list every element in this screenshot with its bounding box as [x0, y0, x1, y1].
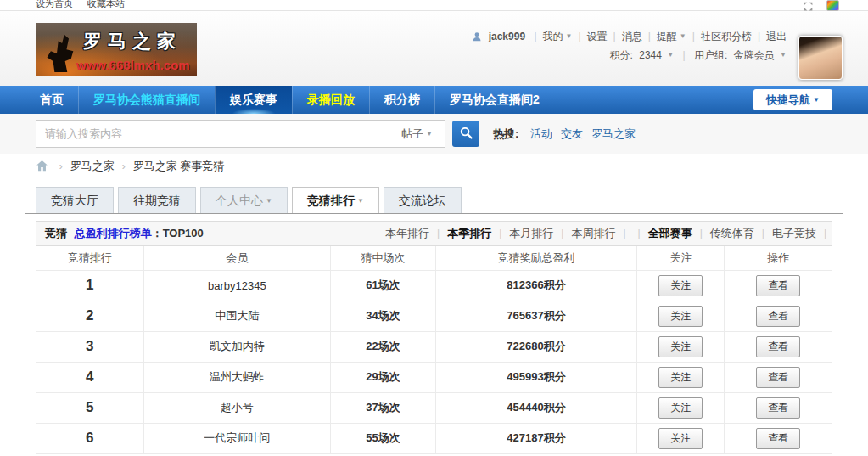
follow-button[interactable]: 关注 [658, 367, 703, 388]
search-button[interactable] [452, 121, 479, 147]
separator: | [623, 228, 625, 239]
action-cell: 查看 [725, 423, 832, 453]
hot-link-1[interactable]: 活动 [530, 127, 552, 140]
nav-item-4[interactable]: 录播回放 [292, 86, 369, 114]
user-menu-label: 消息 [622, 31, 642, 42]
nav-item-2[interactable]: 罗马协会熊猫直播间 [78, 86, 215, 114]
member-name: 温州大蚂蚱 [143, 362, 330, 392]
set-homepage-link[interactable]: 设为首页 [36, 0, 73, 8]
member-name: 超小号 [143, 392, 330, 423]
breadcrumb: ›罗马之家›罗马之家 赛事竞猜 [25, 154, 843, 179]
user-menu-5[interactable]: 社区积分榜 [701, 31, 752, 42]
column-header-3: 猜中场次 [331, 246, 436, 270]
search-input[interactable] [36, 121, 376, 147]
rank-number: 6 [36, 423, 144, 453]
wins-count: 37场次 [331, 392, 436, 423]
user-menu-label: 我的 [543, 31, 563, 42]
ranking-filters: 本年排行|本季排行|本月排行|本周排行||全部赛事|传统体育|电子竞技| [378, 222, 826, 245]
view-button[interactable]: 查看 [756, 336, 800, 357]
tab-3[interactable]: 个人中心▼ [200, 187, 288, 213]
follow-cell: 关注 [637, 331, 725, 362]
category-filter-2[interactable]: 传统体育 [710, 227, 754, 239]
separator: | [758, 31, 760, 42]
follow-button[interactable]: 关注 [658, 306, 703, 327]
breadcrumb-item-2[interactable]: 罗马之家 赛事竞猜 [133, 160, 225, 172]
action-cell: 查看 [725, 331, 832, 362]
hot-link-2[interactable]: 交友 [561, 127, 583, 140]
profit-points: 495993积分 [435, 362, 636, 392]
breadcrumb-separator: › [122, 160, 126, 172]
quick-nav-button[interactable]: 快捷导航▼ [753, 89, 832, 110]
follow-button[interactable]: 关注 [658, 397, 703, 419]
search-scope-label: 帖子 [401, 127, 423, 140]
user-menu-3[interactable]: 消息 [622, 31, 642, 42]
ranking-panel-header: 竞猜 总盈利排行榜单：TOP100 本年排行|本季排行|本月排行|本周排行||全… [36, 221, 832, 246]
quick-nav-label: 快捷导航 [766, 93, 810, 106]
follow-button[interactable]: 关注 [658, 428, 703, 449]
panel-title-suffix: ：TOP100 [152, 227, 204, 239]
table-row: 2中国大陆34场次765637积分关注查看 [36, 301, 832, 331]
user-avatar[interactable] [798, 36, 843, 80]
separator: | [578, 31, 580, 42]
site-logo[interactable]: 罗马之家 www.668lmxh.com [36, 23, 197, 76]
add-favorite-link[interactable]: 收藏本站 [87, 0, 125, 8]
user-menu-2[interactable]: 设置 [587, 31, 608, 42]
time-filter-4[interactable]: 本周排行 [571, 227, 615, 239]
nav-item-1[interactable]: 首页 [25, 86, 78, 114]
column-header-4: 竞猜奖励总盈利 [435, 246, 636, 270]
view-button[interactable]: 查看 [756, 397, 800, 419]
table-row: 4温州大蚂蚱29场次495993积分关注查看 [36, 362, 832, 392]
tab-label: 交流论坛 [399, 194, 446, 207]
nav-item-5[interactable]: 积分榜 [369, 86, 434, 114]
separator: | [824, 228, 826, 239]
panel-title-link[interactable]: 总盈利排行榜单 [75, 227, 152, 239]
view-button[interactable]: 查看 [756, 306, 800, 327]
tab-label: 往期竞猜 [133, 194, 181, 207]
follow-cell: 关注 [637, 392, 725, 423]
logo-url: www.668lmxh.com [76, 58, 197, 72]
breadcrumb-separator: › [59, 160, 63, 172]
user-menu-label: 社区积分榜 [701, 31, 752, 42]
category-filter-3[interactable]: 电子竞技 [772, 227, 816, 239]
chevron-down-icon: ▼ [566, 32, 573, 40]
wins-count: 55场次 [331, 423, 436, 453]
hot-link-3[interactable]: 罗马之家 [591, 127, 636, 140]
category-filter-1[interactable]: 全部赛事 [648, 227, 692, 239]
search-scope-dropdown[interactable]: 帖子▼ [389, 123, 445, 144]
hot-search-label: 热搜: [493, 127, 518, 140]
user-menu-1[interactable]: 我的▼ [543, 31, 573, 42]
table-row: 1barby1234561场次812366积分关注查看 [36, 270, 832, 301]
action-cell: 查看 [725, 362, 832, 392]
nav-item-3[interactable]: 娱乐赛事 [215, 86, 292, 114]
tab-4[interactable]: 竞猜排行▼ [292, 187, 379, 213]
user-menu-6[interactable]: 退出 [766, 31, 787, 42]
nav-item-6[interactable]: 罗马协会直播间2 [434, 86, 554, 114]
view-button[interactable]: 查看 [756, 367, 800, 388]
chevron-down-icon: ▼ [813, 96, 820, 104]
follow-button[interactable]: 关注 [658, 275, 703, 296]
separator: | [499, 228, 501, 239]
time-filter-2[interactable]: 本季排行 [447, 227, 491, 239]
username-link[interactable]: jack999 [489, 31, 525, 42]
breadcrumb-item-1[interactable]: 罗马之家 [70, 160, 115, 172]
tab-2[interactable]: 往期竞猜 [118, 187, 196, 213]
view-button[interactable]: 查看 [756, 275, 800, 296]
time-filter-1[interactable]: 本年排行 [385, 227, 429, 239]
points-value[interactable]: 2344 [639, 49, 662, 61]
time-filter-3[interactable]: 本月排行 [509, 227, 553, 239]
view-button[interactable]: 查看 [756, 428, 800, 449]
tab-5[interactable]: 交流论坛 [384, 187, 462, 213]
rank-number: 1 [36, 270, 144, 301]
chevron-down-icon: ▼ [667, 51, 674, 59]
follow-button[interactable]: 关注 [658, 336, 703, 357]
user-menu-4[interactable]: 提醒▼ [657, 31, 686, 42]
home-icon[interactable] [36, 161, 52, 174]
usergroup-value[interactable]: 金牌会员 [734, 49, 775, 61]
member-name: 凯文加内特 [143, 331, 330, 362]
tab-1[interactable]: 竞猜大厅 [36, 187, 114, 213]
style-palette-icon[interactable] [826, 0, 839, 11]
table-header-row: 竞猜排行会员猜中场次竞猜奖励总盈利关注操作 [36, 246, 832, 270]
tab-label: 个人中心 [216, 194, 263, 207]
user-icon [472, 32, 484, 44]
wins-count: 29场次 [331, 362, 436, 392]
